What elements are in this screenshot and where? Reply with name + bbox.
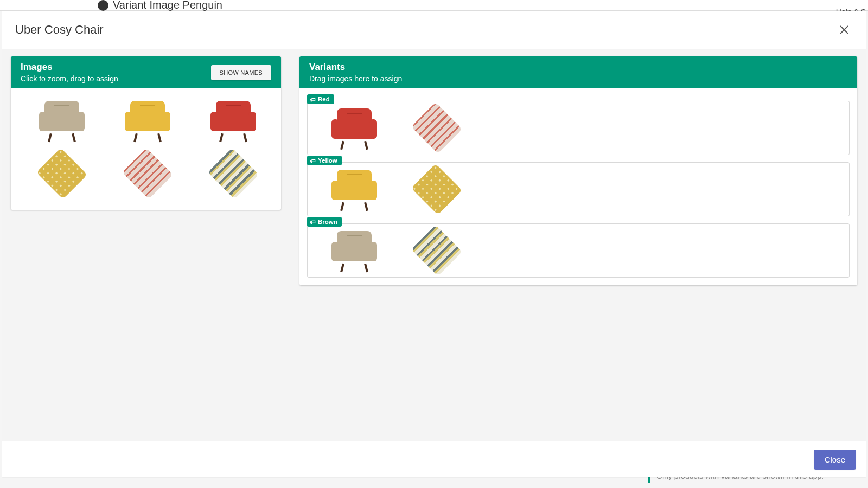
images-panel: Images Click to zoom, drag to assign SHO…	[11, 56, 281, 210]
variant-thumb-chair-yellow[interactable]	[316, 166, 392, 212]
modal-header: Uber Cosy Chair	[2, 11, 866, 49]
variant-label: Red	[318, 96, 330, 102]
variant-thumb-chair-red[interactable]	[316, 105, 392, 151]
modal-footer: Close	[2, 441, 866, 477]
modal-title: Uber Cosy Chair	[15, 23, 104, 37]
chair-brown-thumbnail	[38, 99, 86, 142]
modal-body: Images Click to zoom, drag to assign SHO…	[2, 49, 866, 441]
variants-panel-title: Variants	[309, 62, 402, 73]
images-grid	[11, 88, 281, 210]
variant-dropzone-red[interactable]	[307, 101, 850, 155]
tag-icon: 🏷	[310, 158, 316, 164]
images-panel-header: Images Click to zoom, drag to assign SHO…	[11, 56, 281, 88]
image-pillow-stripe[interactable]	[195, 149, 271, 198]
variant-group-yellow: 🏷 Yellow	[307, 156, 850, 216]
image-chair-yellow[interactable]	[110, 96, 186, 145]
variant-thumb-pillow-red[interactable]	[399, 105, 475, 151]
close-icon[interactable]	[835, 21, 853, 38]
image-chair-red[interactable]	[195, 96, 271, 145]
pillow-yellow-thumbnail	[41, 154, 83, 193]
show-names-button[interactable]: SHOW NAMES	[211, 65, 271, 80]
images-panel-subtitle: Click to zoom, drag to assign	[21, 74, 118, 83]
pillow-red-thumbnail	[126, 154, 169, 193]
variant-tag-yellow[interactable]: 🏷 Yellow	[307, 156, 342, 165]
app-logo-icon	[98, 0, 108, 11]
variant-thumb-pillow-yellow[interactable]	[399, 166, 475, 212]
variant-thumb-pillow-stripe[interactable]	[399, 228, 475, 273]
tag-icon: 🏷	[310, 219, 316, 225]
image-chair-brown[interactable]	[24, 96, 100, 145]
chair-red-thumbnail	[209, 99, 257, 142]
variants-panel-subtitle: Drag images here to assign	[309, 74, 402, 83]
background-app-header: Variant Image Penguin	[0, 0, 868, 11]
image-pillow-red[interactable]	[110, 149, 186, 198]
variants-panel-header: Variants Drag images here to assign	[299, 56, 857, 88]
variant-thumb-chair-brown[interactable]	[316, 228, 392, 273]
variant-tag-brown[interactable]: 🏷 Brown	[307, 217, 342, 227]
chair-yellow-thumbnail	[124, 99, 171, 142]
variant-group-brown: 🏷 Brown	[307, 217, 850, 278]
pillow-stripe-thumbnail	[212, 154, 254, 193]
variant-dropzone-brown[interactable]	[307, 223, 850, 278]
tag-icon: 🏷	[310, 97, 316, 102]
variant-dropzone-yellow[interactable]	[307, 162, 850, 216]
background-app-title: Variant Image Penguin	[113, 0, 222, 11]
images-panel-title: Images	[21, 62, 118, 73]
variants-panel: Variants Drag images here to assign 🏷 Re…	[299, 56, 857, 285]
variants-list: 🏷 Red 🏷 Y	[299, 88, 857, 285]
variant-label: Yellow	[318, 157, 337, 164]
close-button[interactable]: Close	[814, 450, 856, 470]
variant-group-red: 🏷 Red	[307, 95, 850, 155]
image-pillow-yellow[interactable]	[24, 149, 100, 198]
product-modal: Uber Cosy Chair Images Click to zoom, dr…	[2, 11, 866, 477]
variant-label: Brown	[318, 219, 337, 225]
variant-tag-red[interactable]: 🏷 Red	[307, 94, 334, 104]
